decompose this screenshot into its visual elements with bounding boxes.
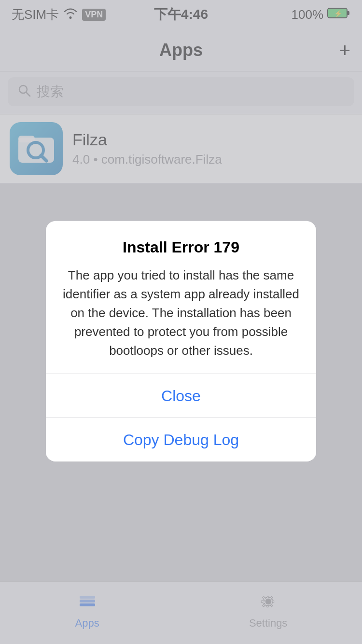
copy-debug-label: Copy Debug Log — [123, 431, 239, 448]
dialog-message: The app you tried to install has the sam… — [60, 266, 302, 360]
close-label: Close — [161, 387, 201, 405]
dialog-body: Install Error 179 The app you tried to i… — [46, 221, 316, 374]
copy-debug-log-button[interactable]: Copy Debug Log — [46, 418, 316, 462]
close-button[interactable]: Close — [46, 374, 316, 418]
dialog-title: Install Error 179 — [60, 238, 302, 256]
install-error-dialog: Install Error 179 The app you tried to i… — [46, 221, 316, 462]
